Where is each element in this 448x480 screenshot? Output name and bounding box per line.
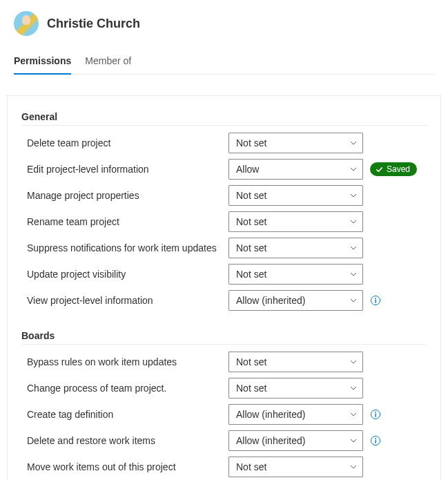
section-header: Boards [21,326,427,345]
svg-point-7 [375,438,376,439]
permission-select[interactable]: Not set [228,352,363,372]
permission-select-wrap: Not set [228,378,363,399]
permission-row: Manage project propertiesNot set [21,182,427,209]
permission-select[interactable]: Allow (inherited) [228,404,363,425]
permission-label: Update project visibility [21,269,228,280]
permission-row: Rename team projectNot set [21,209,427,235]
row-after [370,409,381,420]
permission-select-value: Not set [236,216,266,227]
permission-row: Bypass rules on work item updatesNot set [21,349,427,375]
permission-label: Move work items out of this project [21,461,228,472]
permission-select-wrap: Allow [228,159,363,180]
permission-select[interactable]: Allow (inherited) [228,290,363,311]
permission-select-value: Not set [236,269,266,280]
saved-badge: Saved [370,162,417,176]
permission-row: Change process of team project.Not set [21,375,427,401]
permission-select[interactable]: Not set [228,185,363,206]
permission-row: Update project visibilityNot set [21,261,427,287]
section-header: General [21,107,427,126]
permission-label: Change process of team project. [21,383,228,394]
permission-label: Delete team project [21,137,228,148]
permission-row: Move work items out of this projectNot s… [21,454,427,480]
permission-select[interactable]: Allow [228,159,363,180]
row-after [370,435,381,446]
permission-select-value: Not set [236,461,266,472]
svg-rect-5 [375,414,376,417]
permission-label: View project-level information [21,295,228,306]
permission-select-wrap: Not set [228,457,363,477]
permission-select-value: Allow [236,164,259,175]
header-region: Christie Church Permissions Member of [0,0,448,75]
permission-select-value: Not set [236,137,266,148]
permission-select-value: Allow (inherited) [236,435,305,446]
permission-label: Edit project-level information [21,164,228,175]
permission-select-wrap: Not set [228,264,363,285]
permission-row: Delete team projectNot set [21,130,427,156]
permissions-panel: GeneralDelete team projectNot setEdit pr… [7,95,441,480]
row-after [370,295,381,306]
permission-select-value: Not set [236,356,266,367]
permission-row: Create tag definitionAllow (inherited) [21,401,427,428]
user-name: Christie Church [47,17,140,31]
avatar [14,11,39,36]
permission-label: Rename team project [21,216,228,227]
permission-select-wrap: Not set [228,238,363,258]
row-after: Saved [370,162,417,176]
info-icon[interactable] [370,409,381,420]
permission-select-wrap: Allow (inherited) [228,290,363,311]
permission-label: Create tag definition [21,409,228,420]
permission-select-wrap: Allow (inherited) [228,404,363,425]
svg-rect-2 [375,300,376,303]
check-icon [376,166,383,173]
info-icon[interactable] [370,295,381,306]
permission-label: Delete and restore work items [21,435,228,446]
permission-select-value: Allow (inherited) [236,409,305,420]
permission-select-wrap: Not set [228,185,363,206]
permission-row: Delete and restore work itemsAllow (inhe… [21,428,427,454]
permission-select[interactable]: Not set [228,238,363,258]
permission-select[interactable]: Not set [228,264,363,285]
permission-label: Suppress notifications for work item upd… [21,242,228,253]
saved-badge-label: Saved [387,164,410,174]
tabs: Permissions Member of [14,50,434,75]
permission-select-value: Not set [236,190,266,201]
permission-select-wrap: Not set [228,352,363,372]
permission-label: Bypass rules on work item updates [21,356,228,367]
permission-select-value: Allow (inherited) [236,295,305,306]
permission-row: Edit project-level informationAllowSaved [21,156,427,182]
svg-point-4 [375,412,376,413]
permission-select[interactable]: Not set [228,211,363,232]
permission-row: View project-level informationAllow (inh… [21,287,427,314]
permission-select-wrap: Allow (inherited) [228,430,363,451]
permission-select[interactable]: Not set [228,457,363,477]
info-icon[interactable] [370,435,381,446]
permission-label: Manage project properties [21,190,228,201]
permission-select[interactable]: Not set [228,378,363,399]
user-row: Christie Church [14,11,434,36]
svg-point-1 [375,298,376,299]
permission-row: Suppress notifications for work item upd… [21,235,427,261]
permission-select-wrap: Not set [228,133,363,153]
permission-select-value: Not set [236,383,266,394]
permission-select[interactable]: Allow (inherited) [228,430,363,451]
permission-select-value: Not set [236,242,266,253]
svg-rect-8 [375,440,376,443]
permission-select[interactable]: Not set [228,133,363,153]
tab-member-of[interactable]: Member of [85,50,131,75]
permission-select-wrap: Not set [228,211,363,232]
tab-permissions[interactable]: Permissions [14,50,71,75]
